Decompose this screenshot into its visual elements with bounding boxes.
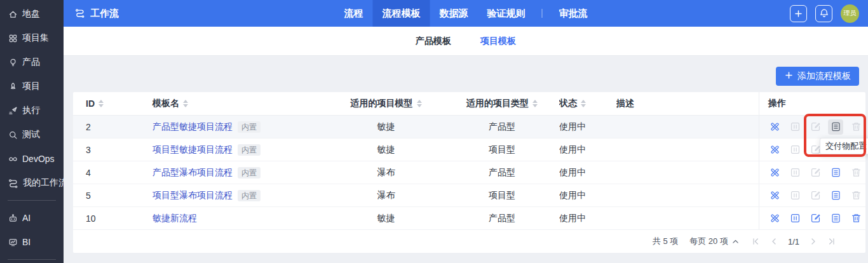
- topbar-tab-2[interactable]: 数据源: [430, 0, 478, 27]
- pause-icon: [790, 167, 801, 178]
- sidebar-item-label: 项目: [22, 81, 40, 92]
- tooltip-deliverable-config: 交付物配置: [820, 138, 868, 154]
- column-header-label: 状态: [559, 98, 577, 109]
- create-button[interactable]: [790, 5, 807, 22]
- rocket-icon: [8, 82, 18, 91]
- column-header-2[interactable]: 适用的项目模型: [327, 92, 445, 115]
- sidebar-divider: [8, 259, 56, 260]
- page-last-icon[interactable]: [827, 237, 836, 246]
- subtab-1[interactable]: 项目模板: [480, 36, 516, 47]
- total-count-label: 共 5 项: [653, 236, 678, 247]
- notifications-button[interactable]: [815, 5, 832, 22]
- action-edit-button[interactable]: [808, 211, 823, 226]
- sidebar: 地盘 项目集 产品 项目 执行 测试 DevOps 我的工作流 AI BI: [0, 0, 64, 263]
- action-design-button[interactable]: [767, 119, 782, 135]
- table-row: 4 产品型瀑布项目流程 内置 瀑布 产品型 使用中: [73, 161, 865, 184]
- cell-status: 使用中: [559, 207, 616, 229]
- pause-icon: [790, 121, 801, 132]
- sidebar-item-label: 项目集: [22, 32, 49, 44]
- column-header-0[interactable]: ID: [73, 92, 140, 115]
- action-delete-button: [848, 165, 864, 180]
- column-header-3[interactable]: 适用的项目类型: [445, 92, 559, 115]
- action-delete-button[interactable]: [848, 211, 864, 226]
- topbar-tab-0[interactable]: 流程: [335, 0, 373, 27]
- topbar-tab-3[interactable]: 验证规则: [478, 0, 535, 27]
- action-deliverable-button[interactable]: [828, 119, 843, 135]
- template-name-link[interactable]: 产品型瀑布项目流程: [153, 167, 233, 179]
- template-name-link[interactable]: 项目型敏捷项目流程: [153, 144, 233, 156]
- sort-icon[interactable]: [98, 100, 104, 107]
- column-header-1[interactable]: 模板名: [140, 92, 327, 115]
- design-icon: [770, 144, 780, 155]
- page-prev-icon[interactable]: [770, 237, 778, 246]
- topbar-tab-4[interactable]: 审批流: [550, 0, 597, 27]
- action-design-button[interactable]: [767, 142, 782, 158]
- sidebar-item-search[interactable]: 测试: [0, 123, 64, 147]
- action-design-button[interactable]: [767, 211, 782, 226]
- sort-icon[interactable]: [183, 100, 188, 107]
- action-delete-button: [848, 119, 864, 135]
- cell-status: 使用中: [559, 116, 616, 138]
- per-page-selector[interactable]: 每页 20 项: [689, 236, 740, 247]
- chevron-up-icon: [731, 238, 740, 246]
- action-deliverable-button[interactable]: [828, 188, 843, 203]
- table-row: 5 项目型瀑布项目流程 内置 瀑布 项目型 使用中: [73, 184, 865, 207]
- edit-icon: [810, 167, 821, 178]
- template-name-link[interactable]: 产品型敏捷项目流程: [153, 121, 233, 133]
- topbar-tab-1[interactable]: 流程模板: [373, 0, 430, 27]
- sort-icon[interactable]: [532, 100, 538, 107]
- cell-id: 3: [73, 138, 140, 161]
- cell-actions: [759, 116, 865, 138]
- action-pause-button: [787, 188, 803, 203]
- sidebar-item-chart-board[interactable]: BI: [0, 230, 64, 254]
- design-icon: [770, 213, 780, 224]
- action-design-button[interactable]: [767, 188, 782, 203]
- builtin-badge: 内置: [238, 121, 261, 133]
- action-pause-button: [787, 165, 803, 180]
- cell-project-model: 瀑布: [327, 161, 445, 184]
- sidebar-item-robot[interactable]: AI: [0, 206, 64, 230]
- cell-project-type: 产品型: [445, 116, 559, 138]
- page-first-icon[interactable]: [751, 237, 760, 246]
- sort-icon[interactable]: [417, 100, 422, 107]
- template-name-link[interactable]: 项目型瀑布项目流程: [153, 190, 233, 201]
- action-pause-button[interactable]: [787, 211, 803, 226]
- sidebar-item-infinity[interactable]: DevOps: [0, 147, 64, 171]
- action-deliverable-button[interactable]: [828, 211, 843, 226]
- sidebar-secondary-items: AI BI: [0, 206, 64, 254]
- table-header: ID 模板名 适用的项目模型 适用的项目类型 状态 描述 操作: [73, 92, 865, 116]
- sidebar-item-label: DevOps: [22, 154, 55, 164]
- template-name-link[interactable]: 敏捷新流程: [153, 213, 197, 224]
- trash-icon: [851, 121, 862, 132]
- builtin-badge: 内置: [238, 190, 261, 201]
- app-title: 工作流: [75, 0, 119, 27]
- sidebar-item-bulb[interactable]: 产品: [0, 50, 64, 74]
- sidebar-main-items: 地盘 项目集 产品 项目 执行 测试 DevOps 我的工作流: [0, 2, 64, 195]
- subtab-0[interactable]: 产品模板: [416, 36, 451, 47]
- page-navigation: 1/1: [751, 237, 836, 246]
- sidebar-item-home[interactable]: 地盘: [0, 2, 64, 26]
- column-header-4[interactable]: 状态: [559, 92, 616, 115]
- builtin-badge: 内置: [238, 167, 261, 179]
- cell-template-name: 产品型敏捷项目流程 内置: [140, 116, 327, 138]
- user-avatar[interactable]: 理员: [841, 4, 859, 23]
- cell-description: [616, 138, 759, 161]
- cell-actions: [759, 161, 865, 184]
- trash-icon: [851, 213, 862, 224]
- page-next-icon[interactable]: [809, 237, 818, 246]
- sidebar-item-grid[interactable]: 项目集: [0, 26, 64, 50]
- sidebar-item-workflow[interactable]: 我的工作流: [0, 171, 64, 195]
- list-icon: [831, 190, 841, 201]
- sidebar-item-execute[interactable]: 执行: [0, 98, 64, 123]
- add-template-button[interactable]: 添加流程模板: [776, 67, 859, 86]
- topbar: 工作流 流程流程模板数据源验证规则审批流 理员: [64, 0, 868, 27]
- sidebar-item-rocket[interactable]: 项目: [0, 74, 64, 98]
- subtabs: 产品模板项目模板: [64, 27, 868, 56]
- edit-icon: [810, 121, 821, 132]
- column-header-label: 模板名: [153, 98, 179, 109]
- sort-icon[interactable]: [581, 100, 586, 107]
- add-template-button-label: 添加流程模板: [797, 71, 851, 82]
- topbar-actions: 理员: [790, 0, 859, 27]
- action-design-button[interactable]: [767, 165, 782, 180]
- action-deliverable-button[interactable]: [828, 165, 843, 180]
